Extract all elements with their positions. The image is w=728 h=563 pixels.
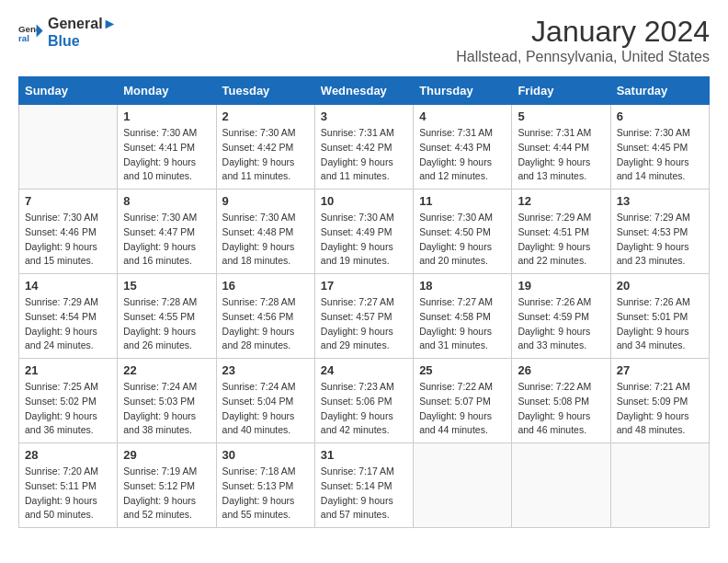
calendar-cell: 22Sunrise: 7:24 AMSunset: 5:03 PMDayligh…	[118, 359, 216, 443]
sunset-text: Sunset: 5:13 PM	[222, 479, 309, 494]
day-number: 5	[518, 109, 604, 123]
day-info: Sunrise: 7:30 AMSunset: 4:41 PMDaylight:…	[123, 126, 210, 184]
calendar-table: SundayMondayTuesdayWednesdayThursdayFrid…	[18, 76, 710, 528]
daylight-text: Daylight: 9 hours and 14 minutes.	[617, 155, 703, 185]
sunset-text: Sunset: 4:54 PM	[25, 310, 111, 325]
day-info: Sunrise: 7:28 AMSunset: 4:56 PMDaylight:…	[222, 295, 309, 353]
day-info: Sunrise: 7:30 AMSunset: 4:42 PMDaylight:…	[222, 126, 309, 184]
day-info: Sunrise: 7:22 AMSunset: 5:07 PMDaylight:…	[419, 380, 506, 438]
col-header-friday: Friday	[512, 77, 610, 105]
day-number: 8	[123, 194, 210, 208]
logo-text-line1: General►	[48, 15, 117, 32]
sunrise-text: Sunrise: 7:23 AM	[321, 380, 407, 395]
day-number: 3	[321, 109, 407, 123]
day-number: 10	[321, 194, 407, 208]
calendar-cell: 19Sunrise: 7:26 AMSunset: 4:59 PMDayligh…	[512, 274, 610, 359]
day-number: 26	[518, 363, 604, 377]
day-info: Sunrise: 7:27 AMSunset: 4:58 PMDaylight:…	[419, 295, 506, 353]
col-header-sunday: Sunday	[19, 77, 118, 105]
day-number: 12	[518, 194, 604, 208]
calendar-cell: 21Sunrise: 7:25 AMSunset: 5:02 PMDayligh…	[19, 359, 118, 443]
calendar-cell	[19, 105, 118, 190]
sunrise-text: Sunrise: 7:31 AM	[518, 126, 604, 141]
sunrise-text: Sunrise: 7:28 AM	[222, 295, 309, 310]
sunrise-text: Sunrise: 7:31 AM	[419, 126, 506, 141]
day-info: Sunrise: 7:27 AMSunset: 4:57 PMDaylight:…	[321, 295, 407, 353]
sunrise-text: Sunrise: 7:18 AM	[222, 465, 309, 479]
calendar-cell: 13Sunrise: 7:29 AMSunset: 4:53 PMDayligh…	[610, 190, 709, 274]
sunrise-text: Sunrise: 7:27 AM	[419, 295, 506, 310]
calendar-cell: 27Sunrise: 7:21 AMSunset: 5:09 PMDayligh…	[610, 359, 709, 443]
day-info: Sunrise: 7:30 AMSunset: 4:48 PMDaylight:…	[222, 211, 309, 269]
day-number: 20	[617, 279, 703, 293]
sunrise-text: Sunrise: 7:28 AM	[123, 295, 210, 310]
sunrise-text: Sunrise: 7:30 AM	[617, 126, 703, 141]
sunset-text: Sunset: 4:46 PM	[25, 225, 111, 240]
day-number: 30	[222, 448, 309, 462]
svg-text:ral: ral	[18, 33, 29, 43]
sunrise-text: Sunrise: 7:30 AM	[25, 211, 111, 225]
daylight-text: Daylight: 9 hours and 46 minutes.	[518, 409, 604, 439]
day-info: Sunrise: 7:26 AMSunset: 5:01 PMDaylight:…	[617, 295, 703, 353]
sunset-text: Sunset: 4:59 PM	[518, 310, 604, 325]
calendar-cell: 26Sunrise: 7:22 AMSunset: 5:08 PMDayligh…	[512, 359, 610, 443]
daylight-text: Daylight: 9 hours and 48 minutes.	[617, 409, 703, 439]
sunrise-text: Sunrise: 7:29 AM	[617, 211, 703, 225]
daylight-text: Daylight: 9 hours and 10 minutes.	[123, 155, 210, 185]
sunset-text: Sunset: 5:12 PM	[123, 479, 210, 494]
calendar-cell: 12Sunrise: 7:29 AMSunset: 4:51 PMDayligh…	[512, 190, 610, 274]
sunset-text: Sunset: 4:55 PM	[123, 310, 210, 325]
calendar-cell: 30Sunrise: 7:18 AMSunset: 5:13 PMDayligh…	[216, 443, 314, 528]
page-title: January 2024	[456, 15, 710, 49]
daylight-text: Daylight: 9 hours and 15 minutes.	[25, 240, 111, 270]
sunrise-text: Sunrise: 7:31 AM	[321, 126, 407, 141]
sunrise-text: Sunrise: 7:22 AM	[419, 380, 506, 395]
calendar-cell: 16Sunrise: 7:28 AMSunset: 4:56 PMDayligh…	[216, 274, 314, 359]
day-info: Sunrise: 7:31 AMSunset: 4:42 PMDaylight:…	[321, 126, 407, 184]
calendar-cell: 7Sunrise: 7:30 AMSunset: 4:46 PMDaylight…	[19, 190, 118, 274]
calendar-cell: 11Sunrise: 7:30 AMSunset: 4:50 PMDayligh…	[414, 190, 512, 274]
sunrise-text: Sunrise: 7:25 AM	[25, 380, 111, 395]
calendar-cell	[512, 443, 610, 528]
day-number: 28	[25, 448, 111, 462]
title-area: January 2024 Hallstead, Pennsylvania, Un…	[456, 15, 710, 65]
sunset-text: Sunset: 4:51 PM	[518, 225, 604, 240]
day-info: Sunrise: 7:22 AMSunset: 5:08 PMDaylight:…	[518, 380, 604, 438]
calendar-cell: 9Sunrise: 7:30 AMSunset: 4:48 PMDaylight…	[216, 190, 314, 274]
day-info: Sunrise: 7:30 AMSunset: 4:46 PMDaylight:…	[25, 211, 111, 269]
sunset-text: Sunset: 5:09 PM	[617, 395, 703, 409]
calendar-cell: 1Sunrise: 7:30 AMSunset: 4:41 PMDaylight…	[118, 105, 216, 190]
day-number: 14	[25, 279, 111, 293]
col-header-saturday: Saturday	[610, 77, 709, 105]
sunrise-text: Sunrise: 7:30 AM	[123, 126, 210, 141]
day-info: Sunrise: 7:25 AMSunset: 5:02 PMDaylight:…	[25, 380, 111, 438]
day-number: 22	[123, 363, 210, 377]
day-number: 4	[419, 109, 506, 123]
daylight-text: Daylight: 9 hours and 44 minutes.	[419, 409, 506, 439]
daylight-text: Daylight: 9 hours and 55 minutes.	[222, 494, 309, 523]
day-info: Sunrise: 7:30 AMSunset: 4:47 PMDaylight:…	[123, 211, 210, 269]
sunset-text: Sunset: 4:49 PM	[321, 225, 407, 240]
calendar-cell: 8Sunrise: 7:30 AMSunset: 4:47 PMDaylight…	[118, 190, 216, 274]
col-header-tuesday: Tuesday	[216, 77, 314, 105]
daylight-text: Daylight: 9 hours and 38 minutes.	[123, 409, 210, 439]
sunset-text: Sunset: 5:06 PM	[321, 395, 407, 409]
sunset-text: Sunset: 5:11 PM	[25, 479, 111, 494]
logo-text-line2: Blue	[48, 32, 117, 50]
sunset-text: Sunset: 4:42 PM	[222, 141, 309, 155]
calendar-cell: 4Sunrise: 7:31 AMSunset: 4:43 PMDaylight…	[414, 105, 512, 190]
day-number: 29	[123, 448, 210, 462]
sunrise-text: Sunrise: 7:30 AM	[222, 211, 309, 225]
sunset-text: Sunset: 4:43 PM	[419, 141, 506, 155]
calendar-cell: 24Sunrise: 7:23 AMSunset: 5:06 PMDayligh…	[314, 359, 413, 443]
day-number: 24	[321, 363, 407, 377]
col-header-monday: Monday	[118, 77, 216, 105]
calendar-cell: 28Sunrise: 7:20 AMSunset: 5:11 PMDayligh…	[19, 443, 118, 528]
day-info: Sunrise: 7:20 AMSunset: 5:11 PMDaylight:…	[25, 465, 111, 523]
day-number: 2	[222, 109, 309, 123]
sunrise-text: Sunrise: 7:29 AM	[518, 211, 604, 225]
calendar-cell: 10Sunrise: 7:30 AMSunset: 4:49 PMDayligh…	[314, 190, 413, 274]
sunset-text: Sunset: 5:02 PM	[25, 395, 111, 409]
sunrise-text: Sunrise: 7:30 AM	[123, 211, 210, 225]
sunrise-text: Sunrise: 7:29 AM	[25, 295, 111, 310]
